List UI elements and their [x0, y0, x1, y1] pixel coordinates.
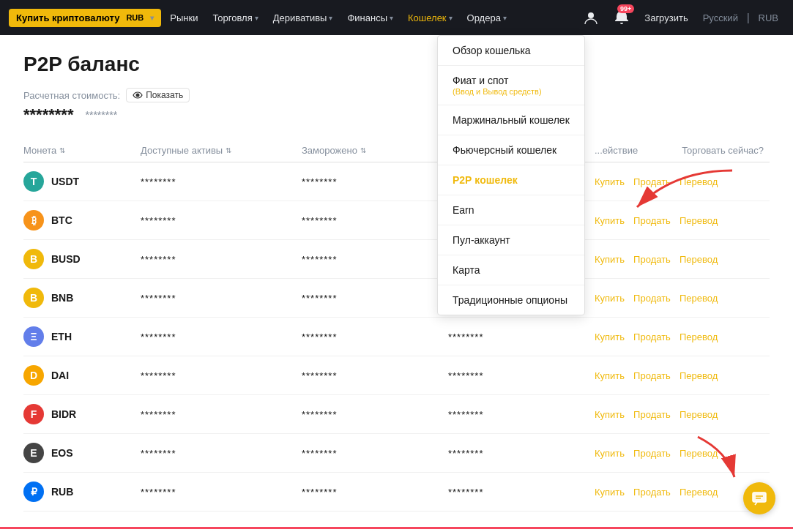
show-balance-button[interactable]: Показать: [126, 88, 190, 102]
upload-button[interactable]: Загрузить: [639, 0, 693, 35]
finances-menu-item[interactable]: Финансы ▾: [341, 0, 399, 35]
sell-eos-link[interactable]: Продать: [633, 448, 671, 459]
coin-cell-dai: D DAI: [23, 365, 141, 386]
dropdown-item-fiat[interactable]: Фиат и спот(Ввод и Вывод средств): [438, 66, 584, 105]
notifications-icon-button[interactable]: 99+: [608, 0, 636, 35]
dropdown-item-overview[interactable]: Обзор кошелька: [438, 36, 584, 65]
dropdown-item-pool[interactable]: Пул-аккаунт: [438, 225, 584, 255]
buy-eth-link[interactable]: Купить: [595, 331, 625, 342]
orders-chevron-icon: ▾: [503, 14, 507, 22]
coin-icon-busd: B: [23, 249, 44, 269]
buy-crypto-label: Купить криптовалюту: [16, 12, 119, 23]
coin-name-rub: RUB: [51, 486, 73, 498]
page-title: P2P баланс: [23, 53, 770, 76]
currency-selector[interactable]: RUB: [753, 12, 784, 23]
buy-dai-link[interactable]: Купить: [595, 370, 625, 381]
trade-chevron-icon: ▾: [255, 14, 258, 22]
coin-name-btc: BTC: [51, 214, 72, 226]
table-row: B BNB ******** ******** ******** Купить …: [23, 279, 770, 318]
action-cell-usdt: Купить Продать Перевод: [595, 176, 770, 187]
dropdown-item-card[interactable]: Карта: [438, 255, 584, 285]
coin-cell-btc: ₿ BTC: [23, 210, 141, 231]
sort-available-icon: ⇅: [226, 146, 231, 154]
transfer-bnb-link[interactable]: Перевод: [680, 293, 718, 304]
transfer-dai-link[interactable]: Перевод: [680, 370, 718, 381]
wallet-menu-item[interactable]: Кошелек ▾: [402, 0, 458, 35]
transfer-bidr-link[interactable]: Перевод: [680, 409, 718, 420]
coin-icon-btc: ₿: [23, 210, 44, 231]
eye-icon: [133, 90, 143, 100]
frozen-btc: ********: [302, 215, 448, 226]
wallet-chevron-icon: ▾: [449, 14, 453, 22]
dropdown-item-margin[interactable]: Маржинальный кошелек: [438, 105, 584, 135]
table-row: F BIDR ******** ******** ******** Купить…: [23, 395, 770, 434]
coin-icon-eos: E: [23, 443, 44, 463]
dropdown-item-earn[interactable]: Earn: [438, 195, 584, 225]
sell-usdt-link[interactable]: Продать: [633, 176, 671, 187]
buy-bnb-link[interactable]: Купить: [595, 293, 625, 304]
buy-eos-link[interactable]: Купить: [595, 448, 625, 459]
buy-bidr-link[interactable]: Купить: [595, 409, 625, 420]
markets-menu-item[interactable]: Рынки: [164, 0, 204, 35]
notification-badge: 99+: [617, 4, 634, 13]
transfer-rub-link[interactable]: Перевод: [680, 487, 718, 498]
dropdown-item-p2p[interactable]: Р2Р кошелек: [438, 165, 584, 195]
coin-cell-busd: B BUSD: [23, 249, 141, 269]
transfer-busd-link[interactable]: Перевод: [680, 254, 718, 265]
available-usdt: ********: [141, 176, 302, 187]
table-row: T USDT ******** ******** ** Купить Прода…: [23, 162, 770, 201]
svg-rect-4: [753, 492, 766, 502]
rub-badge: RUB: [122, 12, 147, 23]
available-eos: ********: [141, 448, 302, 459]
coin-icon-bnb: B: [23, 288, 44, 308]
profile-icon-button[interactable]: [577, 0, 605, 35]
coin-name-bnb: BNB: [51, 292, 73, 304]
sell-eth-link[interactable]: Продать: [633, 331, 671, 342]
table-body: T USDT ******** ******** ** Купить Прода…: [23, 162, 770, 512]
sell-rub-link[interactable]: Продать: [633, 487, 671, 498]
frozen-dai: ********: [302, 370, 448, 381]
sell-busd-link[interactable]: Продать: [633, 254, 671, 265]
derivatives-menu-item[interactable]: Деривативы ▾: [267, 0, 339, 35]
table-row: E EOS ******** ******** ******** Купить …: [23, 434, 770, 473]
trade-menu-item[interactable]: Торговля ▾: [206, 0, 264, 35]
buy-busd-link[interactable]: Купить: [595, 254, 625, 265]
transfer-btc-link[interactable]: Перевод: [680, 215, 718, 226]
dropdown-item-options[interactable]: Традиционные опционы: [438, 285, 584, 315]
chat-button[interactable]: [743, 482, 775, 514]
coin-name-dai: DAI: [51, 370, 69, 381]
language-selector[interactable]: Русский: [697, 12, 744, 23]
buy-rub-link[interactable]: Купить: [595, 487, 625, 498]
sell-btc-link[interactable]: Продать: [633, 215, 671, 226]
table-row: ₿ BTC ******** ******** ** Купить Продат…: [23, 201, 770, 240]
svg-point-0: [588, 12, 594, 18]
action-cell-bnb: Купить Продать Перевод: [595, 293, 770, 304]
transfer-usdt-link[interactable]: Перевод: [680, 176, 718, 187]
trade-now-text: Торговать сейчас?: [682, 145, 764, 156]
total-eos: ********: [448, 448, 595, 459]
action-cell-bidr: Купить Продать Перевод: [595, 409, 770, 420]
sell-bidr-link[interactable]: Продать: [633, 409, 671, 420]
wallet-dropdown-menu: Обзор кошелькаФиат и спот(Ввод и Вывод с…: [437, 35, 585, 315]
transfer-eth-link[interactable]: Перевод: [680, 331, 718, 342]
balance-main: ********: [23, 105, 74, 124]
action-cell-busd: Купить Продать Перевод: [595, 254, 770, 265]
header-coin: Монета ⇅: [23, 145, 141, 156]
buy-btc-link[interactable]: Купить: [595, 215, 625, 226]
coin-name-eth: ETH: [51, 331, 72, 342]
frozen-rub: ********: [302, 487, 448, 498]
buy-usdt-link[interactable]: Купить: [595, 176, 625, 187]
table-row: B BUSD ******** ******** ** Купить Прода…: [23, 240, 770, 279]
dropdown-item-futures[interactable]: Фьючерсный кошелек: [438, 135, 584, 165]
available-bnb: ********: [141, 293, 302, 304]
table-header: Монета ⇅ Доступные активы ⇅ Заморожено ⇅…: [23, 139, 770, 162]
buy-crypto-button[interactable]: Купить криптовалюту RUB ▾: [9, 9, 161, 27]
lang-separator: |: [747, 12, 750, 23]
orders-menu-item[interactable]: Ордера ▾: [461, 0, 513, 35]
header-available: Доступные активы ⇅: [141, 145, 302, 156]
sell-bnb-link[interactable]: Продать: [633, 293, 671, 304]
sell-dai-link[interactable]: Продать: [633, 370, 671, 381]
frozen-bidr: ********: [302, 409, 448, 420]
transfer-eos-link[interactable]: Перевод: [680, 448, 718, 459]
coin-icon-eth: Ξ: [23, 326, 44, 347]
